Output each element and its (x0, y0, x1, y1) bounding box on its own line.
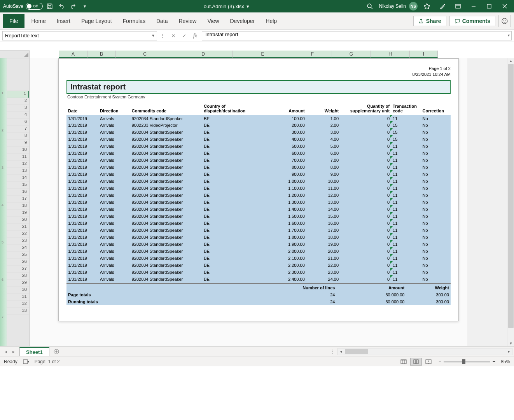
row-header-31[interactable]: 31 (7, 294, 29, 301)
table-row[interactable]: 1/31/2019Arrivals9202034 StandardSpeaker… (66, 255, 451, 262)
scroll-up-icon[interactable]: ▲ (507, 58, 514, 64)
table-row[interactable]: 1/31/2019Arrivals9202034 StandardSpeaker… (66, 129, 451, 136)
row-header-30[interactable]: 30 (7, 287, 29, 294)
col-header-G[interactable]: G (332, 51, 371, 58)
tab-insert[interactable]: Insert (51, 14, 76, 28)
table-row[interactable]: 1/31/2019Arrivals9202034 StandardSpeaker… (66, 164, 451, 171)
feedback-icon[interactable] (498, 15, 511, 27)
table-row[interactable]: 1/31/2019Arrivals9202034 StandardSpeaker… (66, 213, 451, 220)
formula-input[interactable]: Intrastat report▾ (202, 31, 512, 40)
row-header-10[interactable]: 10 (7, 147, 29, 154)
row-header-25[interactable]: 25 (7, 252, 29, 259)
table-row[interactable]: 1/31/2019Arrivals9202034 StandardSpeaker… (66, 185, 451, 192)
table-row[interactable]: 1/31/2019Arrivals9202034 StandardSpeaker… (66, 234, 451, 241)
undo-icon[interactable] (57, 2, 66, 11)
table-row[interactable]: 1/31/2019Arrivals9202034 StandardSpeaker… (66, 192, 451, 199)
row-header-21[interactable]: 21 (7, 224, 29, 231)
row-header-12[interactable]: 12 (7, 161, 29, 168)
tab-file[interactable]: File (3, 14, 24, 28)
maximize-icon[interactable] (483, 1, 495, 12)
horizontal-scrollbar[interactable]: ◄ ► (337, 348, 512, 355)
row-header-28[interactable]: 28 (7, 273, 29, 280)
row-header-6[interactable]: 6 (7, 119, 29, 126)
title-dropdown-icon[interactable]: ▾ (247, 4, 249, 9)
row-header-17[interactable]: 17 (7, 196, 29, 203)
zoom-in-icon[interactable]: + (493, 359, 495, 364)
cancel-formula-icon[interactable]: ✕ (168, 32, 178, 40)
row-header-13[interactable]: 13 (7, 168, 29, 175)
avatar[interactable]: NS (409, 2, 418, 10)
table-row[interactable]: 1/31/2019Arrivals9202034 StandardSpeaker… (66, 276, 451, 283)
table-row[interactable]: 1/31/2019Arrivals9202034 StandardSpeaker… (66, 143, 451, 150)
scroll-thumb[interactable] (508, 64, 514, 328)
accept-formula-icon[interactable]: ✓ (179, 32, 189, 40)
search-icon[interactable] (364, 1, 376, 12)
expand-formula-icon[interactable]: ▾ (508, 33, 510, 37)
minimize-icon[interactable] (467, 1, 480, 12)
table-row[interactable]: 1/31/2019Arrivals9202034 StandardSpeaker… (66, 171, 451, 178)
scroll-left-icon[interactable]: ◄ (338, 350, 344, 354)
row-header-24[interactable]: 24 (7, 245, 29, 252)
table-row[interactable]: 1/31/2019Arrivals9002233 VideoProjectorB… (66, 122, 451, 129)
table-row[interactable]: 1/31/2019Arrivals9202034 StandardSpeaker… (66, 262, 451, 269)
name-box[interactable]: ReportTitleText▼ (2, 31, 157, 40)
chevron-down-icon[interactable]: ▼ (151, 33, 155, 38)
row-header-11[interactable]: 11 (7, 154, 29, 161)
row-header-33[interactable]: 33 (7, 308, 29, 315)
table-row[interactable]: 1/31/2019Arrivals9202034 StandardSpeaker… (66, 199, 451, 206)
row-header-32[interactable]: 32 (7, 301, 29, 308)
row-header-20[interactable]: 20 (7, 217, 29, 224)
macro-record-icon[interactable] (23, 359, 29, 364)
tab-nav-prev-icon[interactable]: ◄ (2, 348, 9, 355)
row-header-27[interactable]: 27 (7, 266, 29, 273)
share-button[interactable]: Share (413, 16, 446, 26)
premium-icon[interactable] (421, 1, 433, 12)
row-header-15[interactable]: 15 (7, 182, 29, 189)
col-header-A[interactable]: A (59, 51, 87, 58)
col-header-F[interactable]: F (293, 51, 332, 58)
hscroll-thumb[interactable] (345, 349, 368, 354)
view-pagelayout-icon[interactable] (410, 358, 422, 366)
row-header-7[interactable]: 7 (7, 126, 29, 133)
row-header-26[interactable]: 26 (7, 259, 29, 266)
col-header-E[interactable]: E (233, 51, 293, 58)
col-header-B[interactable]: B (87, 51, 116, 58)
row-header-16[interactable]: 16 (7, 189, 29, 196)
table-row[interactable]: 1/31/2019Arrivals9202034 StandardSpeaker… (66, 115, 451, 122)
table-row[interactable]: 1/31/2019Arrivals9202034 StandardSpeaker… (66, 269, 451, 276)
row-header-8[interactable]: 8 (7, 133, 29, 140)
ribbon-display-icon[interactable] (452, 1, 464, 12)
view-normal-icon[interactable] (398, 358, 409, 366)
vertical-scrollbar[interactable]: ▲ ▼ (507, 58, 514, 346)
tab-formulas[interactable]: Formulas (117, 14, 151, 28)
add-sheet-icon[interactable] (52, 347, 61, 356)
row-header-29[interactable]: 29 (7, 280, 29, 287)
select-all-corner[interactable] (0, 51, 30, 58)
row-header-14[interactable]: 14 (7, 175, 29, 182)
row-header-3[interactable]: 3 (7, 105, 29, 112)
row-header-4[interactable]: 4 (7, 112, 29, 119)
col-header-I[interactable]: I (410, 51, 438, 58)
table-row[interactable]: 1/31/2019Arrivals9202034 StandardSpeaker… (66, 150, 451, 157)
qat-dropdown-icon[interactable]: ▾ (80, 2, 89, 11)
table-row[interactable]: 1/31/2019Arrivals9202034 StandardSpeaker… (66, 220, 451, 227)
close-icon[interactable] (498, 1, 511, 12)
tab-developer[interactable]: Developer (225, 14, 260, 28)
scroll-right-icon[interactable]: ► (506, 350, 512, 354)
col-header-C[interactable]: C (116, 51, 174, 58)
save-icon[interactable] (45, 2, 54, 11)
row-header-23[interactable]: 23 (7, 238, 29, 245)
report-title[interactable]: Intrastat report (66, 80, 451, 94)
row-header-22[interactable]: 22 (7, 231, 29, 238)
tab-review[interactable]: Review (173, 14, 202, 28)
row-header-19[interactable]: 19 (7, 210, 29, 217)
tab-data[interactable]: Data (151, 14, 173, 28)
colorize-icon[interactable] (436, 1, 449, 12)
table-row[interactable]: 1/31/2019Arrivals9202034 StandardSpeaker… (66, 136, 451, 143)
table-row[interactable]: 1/31/2019Arrivals9202034 StandardSpeaker… (66, 157, 451, 164)
redo-icon[interactable] (68, 2, 78, 11)
scroll-down-icon[interactable]: ▼ (507, 341, 514, 346)
table-row[interactable]: 1/31/2019Arrivals9202034 StandardSpeaker… (66, 241, 451, 248)
tab-home[interactable]: Home (26, 14, 51, 28)
comments-button[interactable]: Comments (449, 16, 495, 26)
